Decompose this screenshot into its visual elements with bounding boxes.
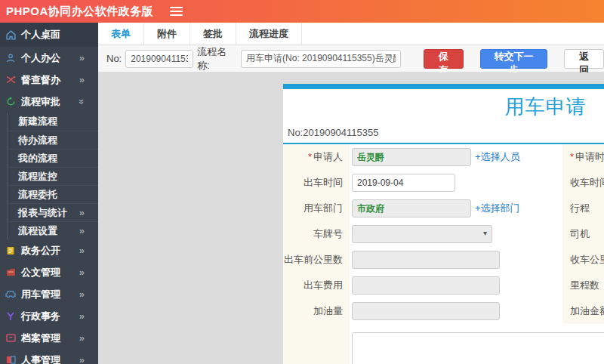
toolbar: No: 流程名称: 保存 转交下一步 返回 bbox=[98, 45, 604, 72]
sidebar-item-document-mgmt[interactable]: 公文管理 bbox=[0, 261, 98, 283]
cycle-icon bbox=[5, 97, 16, 106]
y-icon bbox=[5, 311, 16, 321]
sidebar-item-label: 用车管理 bbox=[21, 288, 60, 301]
sidebar-item-label: 流程审批 bbox=[21, 95, 60, 109]
tab-sign[interactable]: 签批 bbox=[190, 23, 236, 45]
sidebar-item-archive-mgmt[interactable]: 档案管理 bbox=[0, 327, 98, 349]
home-icon bbox=[5, 30, 16, 40]
select-dept-link[interactable]: +选择部门 bbox=[475, 202, 520, 215]
sidebar-item-gov-disclosure[interactable]: 政务公开 bbox=[0, 239, 98, 261]
pre-km-label: 出车前公里数 bbox=[284, 253, 343, 267]
mileage-label: 里程数 bbox=[570, 279, 599, 292]
form-title: 用车申请 bbox=[283, 89, 604, 124]
sidebar: 个人桌面 个人办公 督查督办 流程审批 新建流程 待办流程 我的流 bbox=[0, 23, 98, 364]
app-header: PHPOA协同办公软件政务版 bbox=[0, 0, 604, 23]
user-icon bbox=[5, 53, 16, 63]
fuel-amount-label: 加油金额 bbox=[570, 304, 604, 318]
chevron-right-icon bbox=[79, 74, 85, 85]
form-row-applicant: 申请人 +选择人员 申请时间 bbox=[283, 144, 604, 170]
chevron-right-icon bbox=[79, 204, 85, 222]
applicant-label: 申请人 bbox=[308, 150, 343, 164]
sidebar-item-label: 政务公开 bbox=[21, 244, 60, 258]
flow-name-input[interactable] bbox=[241, 50, 401, 68]
shuffle-icon bbox=[5, 75, 16, 85]
form-row-plate: 车牌号 司机 bbox=[283, 221, 604, 247]
apply-time-label: 申请时间 bbox=[570, 150, 604, 164]
sidebar-item-hr-mgmt[interactable]: 人事管理 bbox=[0, 349, 98, 364]
tab-flow-progress[interactable]: 流程进度 bbox=[236, 23, 302, 45]
folder-icon bbox=[5, 267, 16, 277]
sidebar-item-label: 个人桌面 bbox=[21, 28, 60, 42]
sidebar-item-label: 行政事务 bbox=[21, 310, 60, 323]
dept-input[interactable] bbox=[352, 199, 471, 217]
app-title: PHPOA协同办公软件政务版 bbox=[6, 5, 153, 19]
submenu-item-flow-settings[interactable]: 流程设置 bbox=[8, 221, 98, 239]
chevron-right-icon bbox=[79, 288, 85, 300]
sidebar-item-label: 公文管理 bbox=[21, 266, 60, 279]
book-icon bbox=[5, 355, 16, 364]
submenu-item-new-flow[interactable]: 新建流程 bbox=[8, 113, 98, 131]
doc-icon bbox=[5, 245, 16, 255]
back-button[interactable]: 返回 bbox=[564, 49, 604, 69]
depart-time-input[interactable] bbox=[352, 174, 455, 192]
tab-bar: 表单 附件 签批 流程进度 bbox=[98, 23, 604, 45]
form-row-reason: 申请事由 bbox=[283, 324, 604, 364]
chevron-down-icon bbox=[79, 96, 85, 107]
sidebar-item-label: 督查督办 bbox=[21, 73, 60, 87]
return-km-label: 收车公里数 bbox=[570, 253, 604, 267]
trip-label: 行程 bbox=[570, 202, 590, 215]
chevron-right-icon bbox=[79, 354, 85, 364]
sidebar-item-supervision[interactable]: 督查督办 bbox=[0, 69, 98, 91]
chevron-right-icon bbox=[79, 52, 85, 63]
return-time-label: 收车时间 bbox=[570, 176, 604, 190]
tab-form[interactable]: 表单 bbox=[98, 23, 144, 45]
submenu-item-todo-flow[interactable]: 待办流程 bbox=[8, 131, 98, 149]
depart-time-label: 出车时间 bbox=[304, 176, 343, 190]
sidebar-item-label: 个人办公 bbox=[21, 51, 60, 65]
chevron-right-icon bbox=[79, 332, 85, 344]
chevron-right-icon bbox=[79, 222, 85, 240]
form-no-text: No:20190904115355 bbox=[283, 124, 604, 144]
sidebar-item-personal-desktop[interactable]: 个人桌面 bbox=[0, 23, 98, 47]
no-input[interactable] bbox=[125, 50, 193, 68]
submenu-item-flow-delegate[interactable]: 流程委托 bbox=[8, 185, 98, 203]
driver-label: 司机 bbox=[570, 227, 590, 241]
form-row-fuel: 加油量 加油金额 bbox=[283, 298, 604, 324]
flow-name-label: 流程名称: bbox=[197, 45, 237, 72]
chevron-right-icon bbox=[79, 267, 85, 278]
form-row-dept: 用车部门 +选择部门 行程 bbox=[283, 196, 604, 221]
sidebar-item-workflow-approval[interactable]: 流程审批 bbox=[0, 91, 98, 113]
hamburger-menu-icon[interactable] bbox=[170, 5, 183, 18]
workflow-submenu: 新建流程 待办流程 我的流程 流程监控 流程委托 报表与统计 流程设置 bbox=[7, 113, 98, 239]
applicant-input[interactable] bbox=[352, 148, 471, 166]
archive-icon bbox=[5, 333, 16, 343]
no-label: No: bbox=[106, 53, 122, 64]
chevron-right-icon bbox=[79, 310, 85, 322]
cost-input[interactable] bbox=[352, 276, 500, 295]
dept-label: 用车部门 bbox=[304, 202, 343, 215]
fuel-input[interactable] bbox=[352, 302, 500, 320]
sidebar-item-label: 人事管理 bbox=[21, 353, 60, 364]
save-button[interactable]: 保存 bbox=[424, 49, 464, 69]
car-icon bbox=[5, 289, 16, 299]
sidebar-item-personal-office[interactable]: 个人办公 bbox=[0, 47, 98, 69]
submenu-item-flow-monitor[interactable]: 流程监控 bbox=[8, 167, 98, 185]
tab-attachments[interactable]: 附件 bbox=[144, 23, 190, 45]
vehicle-request-form: 用车申请 No:20190904115355 申请人 +选择人员 申请时间 出车… bbox=[283, 84, 604, 364]
select-person-link[interactable]: +选择人员 bbox=[475, 150, 520, 164]
sidebar-item-label: 档案管理 bbox=[21, 332, 60, 345]
pre-km-input[interactable] bbox=[352, 251, 500, 269]
submenu-item-reports-stats[interactable]: 报表与统计 bbox=[8, 203, 98, 221]
submenu-item-my-flow[interactable]: 我的流程 bbox=[8, 149, 98, 167]
fuel-label: 加油量 bbox=[313, 304, 343, 318]
chevron-right-icon bbox=[79, 245, 85, 256]
reason-textarea[interactable] bbox=[352, 332, 604, 364]
cost-label: 出车费用 bbox=[304, 279, 343, 292]
forward-next-button[interactable]: 转交下一步 bbox=[480, 49, 548, 69]
content-area: 用车申请 No:20190904115355 申请人 +选择人员 申请时间 出车… bbox=[98, 72, 604, 364]
sidebar-item-vehicle-mgmt[interactable]: 用车管理 bbox=[0, 283, 98, 305]
form-accent-bar bbox=[283, 84, 604, 89]
form-row-cost: 出车费用 里程数 bbox=[283, 273, 604, 298]
sidebar-item-admin-affairs[interactable]: 行政事务 bbox=[0, 305, 98, 327]
plate-select[interactable] bbox=[352, 225, 492, 243]
